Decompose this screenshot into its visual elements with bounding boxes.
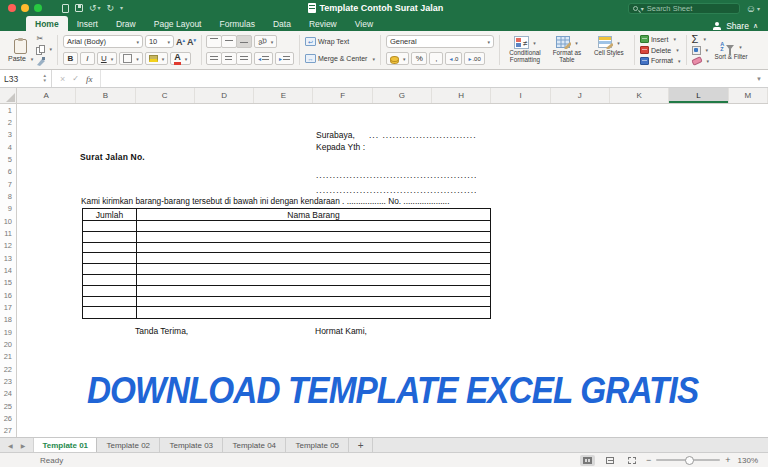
align-top-button[interactable]: [206, 35, 222, 48]
row-header[interactable]: 25: [0, 400, 16, 412]
fill-color-button[interactable]: ▾: [145, 52, 169, 65]
cell-name-box[interactable]: L33 ▲▼: [0, 70, 52, 87]
wrap-text-button[interactable]: ↩ Wrap Text: [305, 34, 375, 49]
column-header[interactable]: G: [373, 88, 432, 103]
row-header[interactable]: 18: [0, 314, 16, 326]
percent-format-button[interactable]: %: [411, 52, 427, 65]
row-header[interactable]: 15: [0, 277, 16, 289]
column-header[interactable]: K: [610, 88, 669, 103]
currency-format-button[interactable]: ▾: [386, 52, 410, 65]
row-header[interactable]: 22: [0, 363, 16, 375]
ribbon-tab[interactable]: Review: [300, 16, 346, 31]
bold-button[interactable]: B: [63, 52, 78, 65]
column-header[interactable]: H: [432, 88, 491, 103]
sheet-scroll-right-icon[interactable]: ▶: [21, 442, 26, 449]
ribbon-tab[interactable]: Insert: [68, 16, 107, 31]
zoom-in-button[interactable]: +: [725, 455, 730, 465]
row-header[interactable]: 5: [0, 153, 16, 165]
decrease-decimal-button[interactable]: ▸.00: [464, 52, 484, 65]
row-header[interactable]: 16: [0, 289, 16, 301]
chevron-down-icon[interactable]: ▼: [750, 76, 768, 82]
ribbon-tab[interactable]: Data: [264, 16, 300, 31]
row-header[interactable]: 10: [0, 215, 16, 227]
row-header[interactable]: 14: [0, 264, 16, 276]
cut-icon[interactable]: ✂: [36, 35, 52, 43]
ribbon-tab[interactable]: Formulas: [210, 16, 263, 31]
sheet-scroll-left-icon[interactable]: ◀: [8, 442, 13, 449]
paste-button[interactable]: Paste ▾: [8, 39, 33, 62]
toolbar-options-icon[interactable]: ▾: [120, 5, 123, 11]
page-layout-view-button[interactable]: [602, 455, 617, 466]
sort-filter-button[interactable]: AZ ▾ Sort & Filter: [714, 40, 748, 61]
font-size-select[interactable]: 10▾: [145, 35, 174, 48]
confirm-entry-icon[interactable]: ✓: [72, 74, 79, 83]
column-header[interactable]: J: [551, 88, 610, 103]
column-header[interactable]: L: [669, 88, 728, 103]
format-cells-button[interactable]: Format▾: [640, 55, 681, 66]
cell-styles-button[interactable]: ▾ Cell Styles: [589, 34, 629, 66]
row-header[interactable]: 17: [0, 301, 16, 313]
column-header[interactable]: F: [313, 88, 372, 103]
font-color-button[interactable]: A▾: [170, 52, 191, 65]
conditional-formatting-button[interactable]: ≠ ▾ Conditional Formatting: [505, 34, 545, 66]
underline-button[interactable]: U▾: [97, 52, 117, 65]
sheet-tab[interactable]: Template 03: [160, 438, 223, 452]
align-bottom-button[interactable]: [236, 35, 252, 48]
row-header[interactable]: 27: [0, 425, 16, 437]
row-header[interactable]: 21: [0, 351, 16, 363]
borders-button[interactable]: ▾: [119, 52, 143, 65]
zoom-slider[interactable]: [656, 459, 720, 461]
row-header[interactable]: 7: [0, 178, 16, 190]
row-header[interactable]: 20: [0, 338, 16, 350]
row-header[interactable]: 19: [0, 326, 16, 338]
number-format-select[interactable]: General▾: [386, 35, 494, 48]
sheet-tab[interactable]: Template 01: [34, 438, 97, 452]
row-header[interactable]: 23: [0, 375, 16, 387]
row-header[interactable]: 26: [0, 412, 16, 424]
comma-format-button[interactable]: ,: [429, 52, 443, 65]
text-orientation-button[interactable]: ab▾: [254, 35, 277, 48]
minimize-window-button[interactable]: [21, 4, 29, 12]
normal-view-button[interactable]: [580, 455, 595, 466]
row-header[interactable]: 6: [0, 166, 16, 178]
row-header[interactable]: 2: [0, 116, 16, 128]
collapse-ribbon-chevron-icon[interactable]: ∧: [753, 22, 758, 30]
decrease-indent-button[interactable]: ◂: [254, 52, 273, 65]
row-header[interactable]: 9: [0, 203, 16, 215]
clear-button[interactable]: ▾: [692, 56, 710, 67]
redo-icon[interactable]: ↻: [107, 4, 115, 13]
column-header[interactable]: M: [729, 88, 768, 103]
column-header[interactable]: D: [195, 88, 254, 103]
ribbon-tab[interactable]: Home: [26, 16, 68, 31]
increase-decimal-button[interactable]: ◂.0: [445, 52, 462, 65]
search-input[interactable]: ▾ Search Sheet: [628, 3, 740, 14]
ribbon-tab[interactable]: Draw: [107, 16, 145, 31]
name-box-stepper[interactable]: ▲▼: [43, 74, 47, 84]
increase-indent-button[interactable]: ▸: [275, 52, 294, 65]
ribbon-tab[interactable]: View: [346, 16, 382, 31]
spreadsheet-grid[interactable]: 1234567891011121314151617181920212223242…: [0, 104, 768, 437]
feedback-smiley-icon[interactable]: ☺▾: [746, 3, 760, 14]
align-left-button[interactable]: [206, 52, 222, 65]
decrease-font-size-button[interactable]: A: [187, 37, 196, 47]
row-header[interactable]: 12: [0, 240, 16, 252]
autosum-button[interactable]: Σ▾: [692, 34, 710, 45]
undo-icon[interactable]: ↺▾: [89, 4, 101, 13]
add-sheet-button[interactable]: +: [349, 438, 373, 452]
insert-function-icon[interactable]: fx: [86, 74, 93, 84]
row-header[interactable]: 8: [0, 190, 16, 202]
align-middle-button[interactable]: [221, 35, 237, 48]
row-header[interactable]: 4: [0, 141, 16, 153]
column-header[interactable]: A: [17, 88, 76, 103]
column-header[interactable]: B: [76, 88, 135, 103]
sheet-tab[interactable]: Template 02: [97, 438, 160, 452]
sheet-canvas[interactable]: Surabaya, ... ..........................…: [17, 104, 768, 437]
italic-button[interactable]: I: [80, 52, 95, 65]
row-header[interactable]: 1: [0, 104, 16, 116]
sheet-tab[interactable]: Template 05: [286, 438, 349, 452]
zoom-window-button[interactable]: [34, 4, 42, 12]
merge-center-button[interactable]: ↔ Merge & Center▾: [305, 51, 375, 66]
increase-font-size-button[interactable]: A: [176, 37, 185, 47]
row-header[interactable]: 13: [0, 252, 16, 264]
sheet-tab[interactable]: Template 04: [223, 438, 286, 452]
